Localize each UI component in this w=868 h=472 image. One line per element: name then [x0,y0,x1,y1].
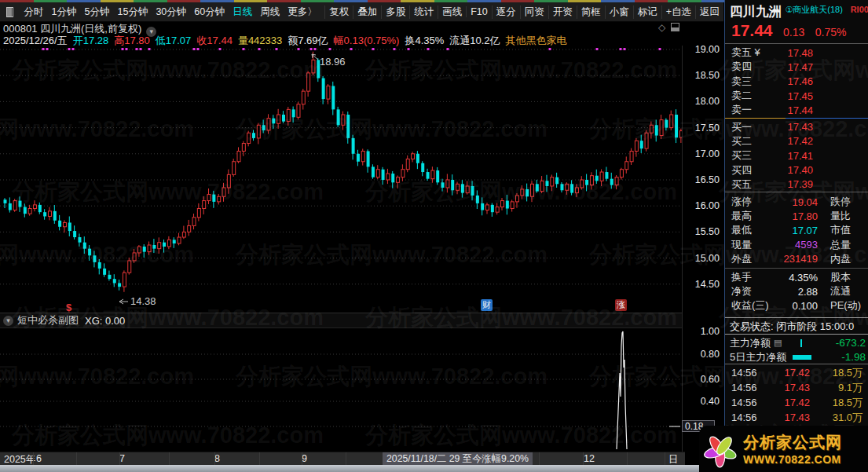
ask-price: 17.46 [772,75,813,87]
menu-item-叠加[interactable]: 叠加 [353,5,381,19]
stock-name: 四川九洲 [730,4,782,18]
order-book: 卖五 ¥17.48卖四17.47卖三17.46卖二17.45卖一17.44买一1… [725,46,868,192]
window-split-icon[interactable] [6,7,13,17]
menu-item-同资[interactable]: 同资 [520,5,548,19]
svg-text:$: $ [66,302,72,313]
window-icon[interactable] [671,23,679,31]
menu-item-15分钟[interactable]: 15分钟 [114,5,152,19]
menu-item-简框[interactable]: 简框 [577,5,605,19]
price-axis-label: 15.00 [683,253,720,264]
ohlc-info-bar: 2025/12/26/五开17.28高17.80低17.07收17.44量442… [3,34,710,46]
bid-price: 17.43 [772,121,813,133]
axis-month-label: 8 [214,453,220,464]
tick-time: 14:56 [725,412,766,423]
price-axis-label: 18.00 [683,96,720,107]
menu-item-1分钟[interactable]: 1分钟 [48,5,81,19]
ask-row[interactable]: 卖四17.47 [725,60,868,74]
ask-row[interactable]: 卖二17.45 [725,89,868,103]
tick-volume: 18.5万 [810,396,868,410]
event-badge-财[interactable]: 财 [481,299,493,311]
axis-separator [119,452,120,466]
info-field: 其他黑色家电 [506,35,567,46]
candlestick-chart[interactable]: 18.9614.38$ [0,46,682,313]
detail-list-icon[interactable]: ▤ [774,338,782,348]
bid-row[interactable]: 买二17.42 [725,134,868,148]
ask-row[interactable]: 卖一17.44 [725,103,868,117]
stats-row: 换手4.35%股本 [725,270,868,284]
menu-item-开资[interactable]: 开资 [548,5,577,19]
ask-label: 卖一 [725,103,772,117]
info-field: 2025/12/26/五 [3,35,68,46]
symbol-title-bar: 000801 四川九洲(日线,前复权)▾ ◇ [3,22,683,35]
menu-item-标记[interactable]: 标记 [633,5,661,19]
last-price: 17.44 [731,21,773,39]
menu-item-更多〉[interactable]: 更多〉 [284,5,321,19]
stat-value: 231419 [775,253,818,265]
stats-row: 最高17.80量比 [725,209,868,223]
axis-divider [682,46,683,452]
axis-month-label: 7 [119,453,125,464]
stats-row: 现量4593总量 [725,238,868,252]
menu-item-复权[interactable]: 复权 [324,5,353,19]
chevron-down-icon[interactable]: ▾ [3,316,13,326]
menu-item-5分钟[interactable]: 5分钟 [81,5,114,19]
stat-label: 最低 [725,223,775,237]
tick-row: 14:5617.439.1万 [725,380,868,395]
axis-separator [33,452,34,466]
price-axis-label: 19.00 [683,44,720,55]
ask-label: 卖二 [725,89,772,103]
flow5-row: 5日主力净额 -1.98 [730,350,866,364]
bid-row[interactable]: 买五17.39 [725,177,868,192]
stat-label-right: 总量 [830,238,851,252]
menu-item-小窗[interactable]: 小窗 [605,5,633,19]
diamond-icon[interactable]: ◇ [658,22,665,33]
menu-item-日线[interactable]: 日线 [229,5,256,19]
bid-row[interactable]: 买四17.40 [725,163,868,177]
stat-label: 换手 [725,270,775,284]
bid-row[interactable]: 买三17.41 [725,148,868,163]
ask-row[interactable]: 卖三17.46 [725,75,868,89]
toolbar: 分时1分钟5分钟15分钟30分钟60分钟日线周线更多〉 复权叠加多股统计画线F1… [0,2,723,22]
info-field: 低17.07 [156,35,192,46]
event-badge-涨[interactable]: 涨 [615,299,627,311]
bid-row[interactable]: 买一17.43 [725,119,868,134]
stat-label-right: 跌停 [830,195,851,209]
menu-item-+自选[interactable]: +自选 [661,5,695,19]
stats-row: 收益(三)0.100PE(动) [725,298,868,313]
menu-item-F10[interactable]: F10 [466,6,492,17]
info-field: 额7.69亿 [288,35,328,46]
info-field: 幅0.13(0.75%) [334,35,400,46]
menu-item-周线[interactable]: 周线 [256,5,284,19]
ask-row[interactable]: 卖五 ¥17.48 [725,46,868,60]
axis-separator [302,452,302,466]
menu-item-逐分[interactable]: 逐分 [492,5,520,19]
stat-label-right: 量比 [830,209,851,223]
sector-tag[interactable]: ①商业航天(18) [785,5,842,14]
ask-label: 卖四 [725,60,772,74]
axis-separator [346,452,346,466]
menu-item-分时[interactable]: 分时 [20,5,48,19]
date-tooltip: 2025/11/18/二 29 至今涨幅9.20% [383,452,533,466]
price-change: 0.13 [783,26,804,38]
menu-item-60分钟[interactable]: 60分钟 [190,5,229,19]
axis-separator [214,452,215,466]
time-axis[interactable]: 2025年 2025/11/18/二 29 至今涨幅9.20% 日 678912 [0,452,685,466]
menu-item-30分钟[interactable]: 30分钟 [152,5,190,19]
quote-panel: 四川九洲 ①商业航天(18) RI000 17.44 0.13 0.75% 卖五… [724,0,868,472]
symbol-title: 000801 四川九洲(日线,前复权) [3,23,141,35]
bid-label: 买五 [725,177,772,192]
stat-value: 4593 [775,239,818,251]
price-axis-label: 18.50 [683,70,720,81]
menu-item-统计[interactable]: 统计 [409,5,438,19]
menu-item-画线[interactable]: 画线 [438,5,466,19]
price-axis-label: 14.50 [683,279,720,290]
menu-item-多股[interactable]: 多股 [381,5,409,19]
indicator-subchart[interactable] [0,327,682,452]
main-flow-row: 主力净额 ▤ -673.2 [730,336,866,349]
menu-item-返回[interactable]: 返回 [695,5,723,19]
subchart-value: XG: 0.00 [85,315,125,327]
ask-price: 17.48 [772,47,813,59]
stat-label: 净资 [725,284,775,298]
svg-text:18.96: 18.96 [320,56,346,68]
bid-price: 17.40 [772,164,813,176]
